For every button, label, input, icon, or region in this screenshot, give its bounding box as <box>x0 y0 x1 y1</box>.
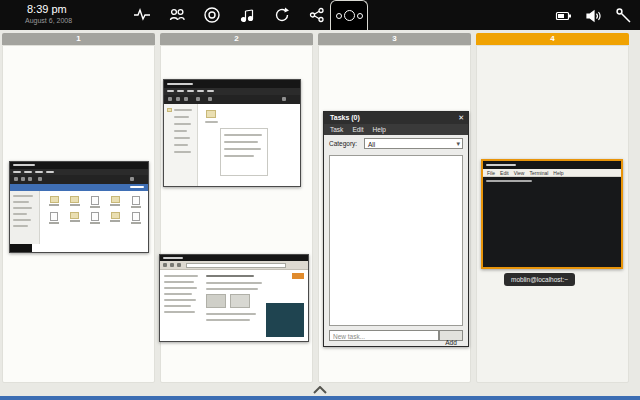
add-task-button[interactable]: Add <box>439 330 463 341</box>
logo-ring-large <box>344 10 355 21</box>
menu-help[interactable]: Help <box>553 170 563 176</box>
tree-pane <box>164 104 198 186</box>
category-value: All <box>368 141 375 148</box>
add-task-label: Add <box>445 338 457 348</box>
wrench-icon[interactable] <box>612 3 635 28</box>
chevron-up-icon[interactable] <box>308 385 332 395</box>
menu-edit[interactable]: Edit <box>500 170 509 176</box>
zone-2-header[interactable]: 2 <box>160 33 313 45</box>
terminal-menubar: File Edit View Terminal Help <box>483 169 621 177</box>
dark-panel-placeholder <box>266 303 304 337</box>
browser-toolbar <box>160 261 308 270</box>
chevron-down-icon: ▾ <box>456 140 460 148</box>
page-image-placeholder <box>206 294 226 308</box>
window-thumbnail-file-manager-2[interactable] <box>163 79 301 187</box>
menu-terminal[interactable]: Terminal <box>529 170 548 176</box>
target-icon[interactable] <box>200 2 223 27</box>
site-logo-placeholder <box>292 273 304 279</box>
battery-icon[interactable] <box>552 3 575 28</box>
document-preview <box>220 128 268 176</box>
music-icon[interactable] <box>235 2 258 27</box>
zones-tab-moblin-logo-icon[interactable] <box>330 0 368 30</box>
menu-file[interactable]: File <box>487 170 495 176</box>
share-icon[interactable] <box>305 2 328 27</box>
new-task-placeholder: New task... <box>333 333 365 340</box>
terminal-tooltip: moblin@localhost:~ <box>504 273 575 286</box>
menu-help[interactable]: Help <box>373 126 386 133</box>
zone-3-body[interactable]: Tasks (0) ✕ Task Edit Help Category: All… <box>318 45 471 383</box>
browser-page <box>160 270 308 341</box>
menu-task[interactable]: Task <box>330 126 343 133</box>
address-bar[interactable] <box>186 263 286 268</box>
sync-icon[interactable] <box>270 2 293 27</box>
menu-edit[interactable]: Edit <box>352 126 363 133</box>
clock-time: 8:39 pm <box>27 3 67 15</box>
file-manager-sidebar <box>10 191 40 244</box>
zone-3: 3 Tasks (0) ✕ Task Edit Help Category: A… <box>318 33 471 383</box>
page-image-placeholder <box>230 294 250 308</box>
people-icon[interactable] <box>165 2 188 27</box>
window-thumbnail-terminal[interactable]: File Edit View Terminal Help <box>481 159 623 269</box>
clock-date: August 6, 2008 <box>25 17 72 24</box>
mini-status-fragment <box>10 244 32 252</box>
task-list-area[interactable] <box>329 155 463 326</box>
bottom-edge-strip <box>0 396 640 400</box>
menu-view[interactable]: View <box>514 170 525 176</box>
logo-ring-small-right <box>357 13 363 19</box>
zone-1: 1 <box>2 33 155 383</box>
zone-4: 4 File Edit View Terminal Help moblin@lo… <box>476 33 629 383</box>
zone-4-header[interactable]: 4 <box>476 33 629 45</box>
window-thumbnail-browser[interactable] <box>159 254 309 342</box>
volume-icon[interactable] <box>582 3 605 28</box>
terminal-screen <box>483 177 621 267</box>
zone-3-header[interactable]: 3 <box>318 33 471 45</box>
close-icon[interactable]: ✕ <box>458 114 464 122</box>
status-tray <box>552 3 635 28</box>
window-thumbnail-file-manager-1[interactable] <box>9 161 149 253</box>
panel-tab-strip <box>130 2 328 27</box>
file-icon-grid <box>44 195 146 227</box>
logo-ring-small-left <box>336 13 342 19</box>
zone-1-body[interactable] <box>2 45 155 383</box>
terminal-prompt-line <box>486 180 532 182</box>
window-thumbnail-tasks[interactable]: Tasks (0) ✕ Task Edit Help Category: All… <box>323 111 469 347</box>
category-dropdown[interactable]: All ▾ <box>364 138 463 149</box>
category-label: Category: <box>329 140 357 147</box>
new-task-input[interactable]: New task... <box>329 330 439 341</box>
zone-2-body[interactable] <box>160 45 313 383</box>
folder-icon <box>206 110 216 118</box>
tasks-window-title: Tasks (0) <box>330 114 360 121</box>
zone-4-body[interactable]: File Edit View Terminal Help moblin@loca… <box>476 45 629 383</box>
zone-1-header[interactable]: 1 <box>2 33 155 45</box>
top-panel: 8:39 pm August 6, 2008 <box>0 0 640 30</box>
zone-2: 2 <box>160 33 313 383</box>
wave-icon[interactable] <box>130 2 153 27</box>
path-bar-highlight <box>10 184 148 191</box>
